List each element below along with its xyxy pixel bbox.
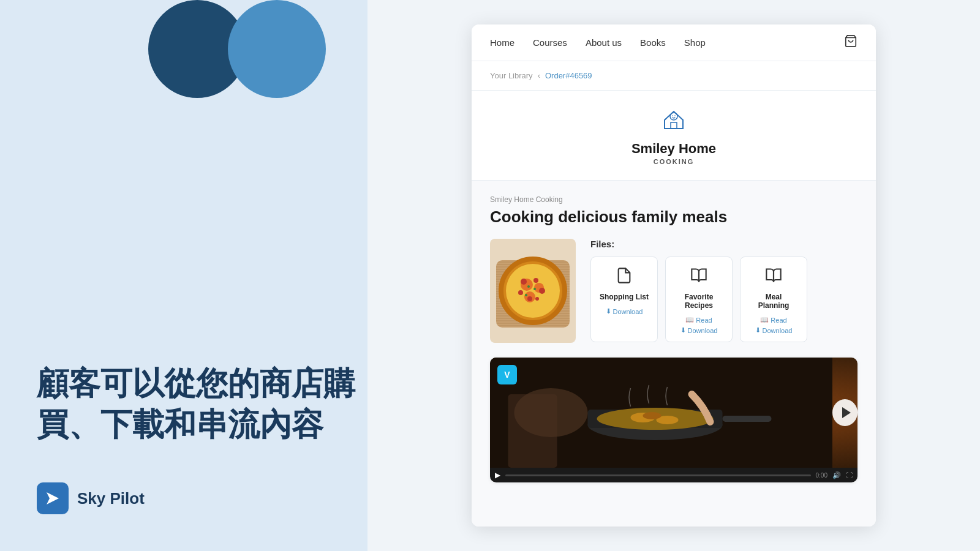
product-brand: Smiley Home Cooking — [490, 195, 858, 204]
meal-planning-actions: 📖 Read ⬇ Download — [749, 316, 798, 334]
product-header: Smiley Home COOKING — [472, 91, 876, 181]
volume-icon[interactable]: 🔊 — [832, 471, 841, 479]
svg-point-21 — [533, 288, 536, 290]
nav-bar: Home Courses About us Books Shop — [472, 24, 876, 61]
left-panel: 顧客可以從您的商店購買、下載和串流內容 Sky Pilot — [0, 0, 368, 551]
cart-icon[interactable] — [844, 34, 858, 51]
svg-rect-2 — [671, 122, 677, 129]
meal-planning-download[interactable]: ⬇ Download — [755, 326, 793, 334]
svg-point-5 — [674, 115, 676, 116]
svg-rect-31 — [723, 416, 772, 422]
nav-home[interactable]: Home — [490, 37, 514, 48]
play-button[interactable] — [832, 399, 858, 426]
shopping-list-actions: ⬇ Download — [600, 307, 649, 315]
favorite-recipes-read[interactable]: 📖 Read — [685, 316, 712, 324]
video-time: 0:00 — [816, 472, 827, 479]
svg-point-22 — [525, 294, 527, 296]
svg-point-30 — [643, 412, 662, 419]
brand-name: Sky Pilot — [77, 489, 145, 508]
file-card-favorite-recipes: Favorite Recipes 📖 Read ⬇ Download — [665, 257, 733, 342]
favorite-recipes-actions: 📖 Read ⬇ Download — [674, 316, 723, 334]
fullscreen-icon[interactable]: ⛶ — [846, 471, 853, 479]
cooking-logo-svg — [658, 103, 689, 133]
deco-light-circle — [228, 0, 326, 98]
favorite-recipes-download[interactable]: ⬇ Download — [680, 326, 718, 334]
product-title: Smiley Home — [631, 141, 716, 157]
favorite-recipes-icon — [690, 267, 707, 288]
meal-planning-read[interactable]: 📖 Read — [760, 316, 786, 324]
favorite-recipes-name: Favorite Recipes — [674, 293, 723, 310]
video-thumbnail: V — [490, 358, 858, 468]
browser-window: Home Courses About us Books Shop Your Li… — [472, 24, 876, 527]
product-logo-icon — [658, 103, 689, 136]
svg-point-15 — [533, 278, 538, 283]
svg-point-19 — [535, 297, 539, 301]
meal-planning-icon — [765, 267, 782, 288]
main-heading: 顧客可以從您的商店購買、下載和串流內容 — [37, 363, 368, 446]
video-play-control[interactable]: ▶ — [495, 471, 500, 479]
svg-point-17 — [527, 296, 532, 301]
read-icon-1: 📖 — [685, 316, 694, 324]
files-label: Files: — [590, 239, 858, 249]
content-area: Your Library ‹ Order#46569 — [472, 61, 876, 527]
nav-links: Home Courses About us Books Shop — [490, 37, 706, 48]
svg-point-18 — [518, 290, 523, 295]
svg-marker-0 — [47, 492, 59, 504]
breadcrumb: Your Library ‹ Order#46569 — [472, 61, 876, 91]
product-image — [490, 239, 576, 343]
shopping-list-name: Shopping List — [600, 293, 649, 301]
nav-courses[interactable]: Courses — [533, 37, 567, 48]
product-heading: Cooking delicious family meals — [490, 208, 858, 227]
download-icon-2: ⬇ — [680, 326, 686, 334]
content-body: Smiley Home Cooking Cooking delicious fa… — [472, 181, 876, 497]
pizza-svg — [493, 251, 573, 331]
svg-point-3 — [670, 113, 677, 120]
brand-icon — [37, 482, 69, 514]
svg-point-20 — [527, 285, 530, 288]
video-background: V — [490, 358, 858, 468]
nav-about[interactable]: About us — [586, 37, 622, 48]
video-section: V ▶ 0:00 🔊 ⛶ — [490, 358, 858, 482]
shopping-list-download[interactable]: ⬇ Download — [606, 307, 643, 315]
brand-logo: Sky Pilot — [37, 482, 368, 514]
files-grid: Shopping List ⬇ Download — [590, 257, 858, 342]
cooking-scene — [490, 358, 832, 468]
breadcrumb-current: Order#46569 — [545, 71, 592, 80]
shopping-list-icon — [616, 267, 633, 288]
product-subtitle: COOKING — [654, 158, 695, 165]
breadcrumb-chevron: ‹ — [538, 71, 540, 80]
video-controls: ▶ 0:00 🔊 ⛶ — [490, 468, 858, 482]
play-triangle-icon — [842, 407, 851, 418]
svg-point-10 — [506, 264, 560, 318]
files-section: Files: Shopping List — [590, 239, 858, 342]
product-row: Files: Shopping List — [490, 239, 858, 343]
file-card-meal-planning: Meal Planning 📖 Read ⬇ Download — [740, 257, 807, 342]
breadcrumb-library[interactable]: Your Library — [490, 71, 533, 80]
meal-planning-name: Meal Planning — [749, 293, 798, 310]
video-progress-bar[interactable] — [505, 474, 811, 476]
nav-books[interactable]: Books — [640, 37, 666, 48]
svg-rect-33 — [508, 394, 557, 468]
vimeo-badge: V — [497, 365, 517, 384]
download-icon-3: ⬇ — [755, 326, 761, 334]
svg-point-16 — [539, 288, 545, 294]
svg-point-4 — [672, 115, 673, 116]
download-icon-1: ⬇ — [606, 307, 611, 315]
decoration-circles — [148, 0, 326, 98]
read-icon-2: 📖 — [760, 316, 769, 324]
file-card-shopping-list: Shopping List ⬇ Download — [590, 257, 658, 342]
nav-shop[interactable]: Shop — [684, 37, 706, 48]
skypilot-icon — [43, 489, 62, 508]
right-panel: Home Courses About us Books Shop Your Li… — [368, 0, 980, 551]
svg-point-14 — [521, 279, 527, 285]
